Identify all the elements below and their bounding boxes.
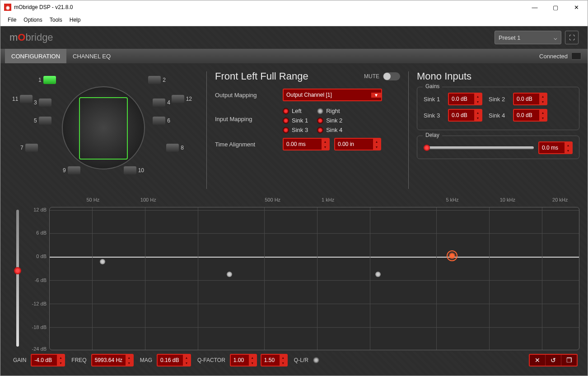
speaker-5[interactable]: 5 (34, 117, 51, 125)
qlr-radio[interactable] (313, 357, 319, 363)
time-alignment-label: Time Alignment (215, 141, 283, 148)
gains-group: Gains Sink 10.0 dB▲▼ Sink 20.0 dB▲▼ Sink… (417, 87, 579, 130)
connection-icon (571, 52, 581, 60)
menubar: File Options Tools Help (0, 14, 588, 26)
content: 1 2 3 4 5 6 7 8 9 10 11 12 Front Left (0, 63, 588, 376)
input-sink3[interactable]: Sink 3 (283, 127, 308, 133)
eq-point-4-selected[interactable] (447, 250, 457, 261)
sink1-gain[interactable]: 0.0 dB▲▼ (448, 93, 482, 105)
speaker-7[interactable]: 7 (20, 144, 38, 152)
eq-area: 50 Hz 100 Hz 500 Hz 1 kHz 5 kHz 10 kHz 2… (9, 197, 579, 350)
input-sink4[interactable]: Sink 4 (317, 127, 342, 133)
window-title: mObridge DSP - v21.8.0 (14, 4, 524, 10)
connection-status: Connected (533, 49, 588, 63)
delay-value[interactable]: 0.0 ms▲▼ (538, 141, 573, 154)
eq-graph[interactable] (49, 207, 579, 350)
copy-icon[interactable]: ❐ (561, 355, 577, 366)
reset-icon[interactable]: ↺ (546, 355, 561, 366)
output-mapping-select[interactable]: Output Channel [1] ▼ (283, 89, 382, 101)
gain-vslider-wrap (9, 197, 27, 350)
channel-panel: Front Left Full Range MUTE Output Mappin… (215, 67, 400, 189)
sink2-gain[interactable]: 0.0 dB▲▼ (513, 93, 547, 105)
preset-label: Preset 1 (499, 34, 520, 41)
gain-input[interactable]: -4.0 dB▲▼ (31, 354, 65, 367)
input-mapping-options: Left Right Sink 1 Sink 2 Sink 3 Sink 4 (283, 108, 342, 133)
footer-action-bar: ✕ ↺ ❐ (529, 354, 578, 367)
tabbar: CONFIGURATION CHANNEL EQ Connected (0, 49, 588, 63)
channel-title: Front Left Full Range (215, 70, 308, 82)
fullscreen-button[interactable]: ⛶ (565, 31, 579, 44)
eq-curve (50, 207, 579, 350)
mute-control: MUTE (364, 72, 400, 80)
menu-help[interactable]: Help (66, 16, 84, 24)
mono-title: Mono Inputs (417, 70, 579, 82)
speaker-1[interactable]: 1 (38, 76, 56, 84)
speaker-9[interactable]: 9 (63, 166, 80, 174)
speaker-4[interactable]: 4 (153, 99, 170, 107)
output-mapping-label: Output Mapping (215, 92, 283, 99)
speaker-layout: 1 2 3 4 5 6 7 8 9 10 11 12 (9, 67, 198, 189)
chevron-down-icon: ▼ (371, 93, 381, 98)
eq-point-3[interactable] (375, 272, 381, 277)
menu-tools[interactable]: Tools (46, 16, 66, 24)
input-right[interactable]: Right (317, 108, 342, 114)
mute-toggle[interactable] (383, 72, 400, 80)
speaker-11[interactable]: 11 (12, 95, 33, 103)
sink3-gain[interactable]: 0.0 dB▲▼ (448, 109, 482, 122)
car-graphic (62, 86, 145, 169)
speaker-6[interactable]: 6 (153, 117, 170, 125)
app-body: mObridge Preset 1 ⌵ ⛶ CONFIGURATION CHAN… (0, 26, 588, 376)
eq-point-1[interactable] (100, 259, 105, 264)
top-row: 1 2 3 4 5 6 7 8 9 10 11 12 Front Left (9, 67, 579, 189)
close-icon[interactable]: ✕ (530, 355, 546, 366)
eq-point-2[interactable] (227, 272, 232, 277)
sink4-gain[interactable]: 0.0 dB▲▼ (513, 109, 547, 122)
chevron-down-icon: ⌵ (554, 34, 557, 41)
menu-options[interactable]: Options (20, 16, 46, 24)
app-window: ◉ mObridge DSP - v21.8.0 ― ▢ ✕ File Opti… (0, 0, 588, 376)
gain-vslider[interactable] (16, 210, 19, 347)
app-icon: ◉ (4, 4, 11, 11)
minimize-button[interactable]: ― (524, 0, 545, 14)
app-header: mObridge Preset 1 ⌵ ⛶ (0, 26, 588, 49)
preset-select[interactable]: Preset 1 ⌵ (495, 31, 561, 44)
footer-controls: GAIN -4.0 dB▲▼ FREQ 5993.64 Hz▲▼ MAG 0.1… (9, 350, 579, 370)
delay-slider[interactable] (424, 146, 534, 149)
qfactor-input-1[interactable]: 1.00▲▼ (230, 354, 257, 367)
speaker-3[interactable]: 3 (34, 99, 51, 107)
tab-channel-eq[interactable]: CHANNEL EQ (66, 49, 117, 63)
close-button[interactable]: ✕ (566, 0, 587, 14)
mono-inputs-panel: Mono Inputs Gains Sink 10.0 dB▲▼ Sink 20… (417, 67, 579, 189)
input-mapping-label: Input Mapping (215, 106, 283, 122)
speaker-2[interactable]: 2 (148, 76, 166, 84)
eq-y-labels: 12 dB 6 dB 0 dB -6 dB -12 dB -18 dB -24 … (27, 207, 49, 350)
time-in-input[interactable]: 0.00 in▲▼ (334, 138, 381, 150)
input-sink1[interactable]: Sink 1 (283, 117, 308, 124)
input-sink2[interactable]: Sink 2 (317, 117, 342, 124)
time-ms-input[interactable]: 0.00 ms▲▼ (283, 138, 330, 150)
mag-input[interactable]: 0.16 dB▲▼ (157, 354, 191, 367)
eq-x-labels: 50 Hz 100 Hz 500 Hz 1 kHz 5 kHz 10 kHz 2… (27, 197, 579, 207)
speaker-8[interactable]: 8 (166, 144, 184, 152)
logo: mObridge (9, 32, 53, 43)
speaker-12[interactable]: 12 (172, 95, 192, 103)
titlebar: ◉ mObridge DSP - v21.8.0 ― ▢ ✕ (0, 0, 588, 14)
qfactor-input-2[interactable]: 1.50▲▼ (261, 354, 288, 367)
freq-input[interactable]: 5993.64 Hz▲▼ (91, 354, 134, 367)
input-left[interactable]: Left (283, 108, 308, 114)
menu-file[interactable]: File (4, 16, 20, 24)
maximize-button[interactable]: ▢ (545, 0, 566, 14)
tab-configuration[interactable]: CONFIGURATION (5, 49, 66, 63)
speaker-10[interactable]: 10 (124, 166, 144, 174)
delay-group: Delay 0.0 ms▲▼ (417, 136, 579, 159)
